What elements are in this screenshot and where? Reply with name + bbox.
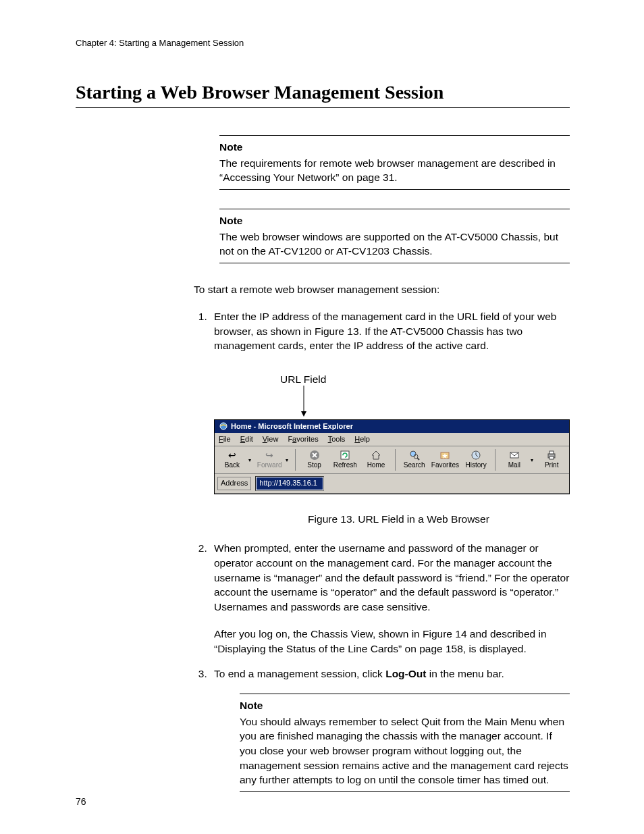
ie-toolbar: ↩ Back ▾ ↪ Forward ▾ — [215, 446, 569, 474]
note-block-2: Note The web browser windows are support… — [219, 209, 570, 263]
ordered-steps: Enter the IP address of the management c… — [194, 309, 570, 792]
page-number: 76 — [76, 796, 86, 807]
note-label: Note — [240, 698, 570, 713]
menu-edit[interactable]: Edit — [240, 434, 253, 444]
menu-favorites[interactable]: Favorites — [288, 434, 318, 444]
ie-addressbar: Address http://149.35.16.1 — [215, 474, 569, 493]
history-label: History — [466, 461, 487, 470]
step-3-post: in the menu bar. — [426, 668, 504, 679]
favorites-icon — [438, 450, 452, 461]
refresh-label: Refresh — [333, 461, 357, 470]
note-rule — [219, 263, 570, 263]
svg-point-9 — [410, 451, 416, 457]
back-label: Back — [225, 461, 240, 470]
svg-marker-1 — [301, 411, 306, 417]
step-2: When prompted, enter the username and pa… — [210, 541, 570, 656]
ie-menubar: File Edit View Favorites Tools Help — [215, 433, 569, 446]
note-text: The web browser windows are supported on… — [219, 230, 570, 259]
search-label: Search — [404, 461, 425, 470]
address-input[interactable]: http://149.35.16.1 — [257, 477, 323, 489]
note-block-3: Note You should always remember to selec… — [240, 694, 570, 792]
note-rule — [240, 791, 570, 792]
ie-titlebar: Home - Microsoft Internet Explorer — [215, 420, 569, 433]
mail-button[interactable]: Mail — [500, 448, 529, 472]
callout-arrow — [214, 388, 570, 417]
toolbar-separator — [495, 449, 495, 471]
step-3: To end a management session, click Log-O… — [210, 667, 570, 792]
note-label: Note — [219, 213, 570, 228]
stop-button[interactable]: Stop — [300, 448, 329, 472]
mail-icon — [508, 450, 521, 461]
step-3-pre: To end a management session, click — [214, 668, 385, 679]
home-icon — [369, 450, 383, 461]
forward-button[interactable]: ↪ Forward — [254, 448, 284, 472]
svg-line-11 — [417, 458, 419, 460]
menu-tools[interactable]: Tools — [328, 434, 346, 444]
refresh-button[interactable]: Refresh — [330, 448, 360, 472]
stop-icon — [308, 450, 321, 461]
forward-label: Forward — [257, 461, 282, 470]
history-button[interactable]: History — [461, 448, 491, 472]
favorites-button[interactable]: Favorites — [431, 448, 460, 472]
stop-label: Stop — [307, 461, 321, 470]
step-3-bold: Log-Out — [385, 668, 426, 679]
svg-rect-19 — [549, 451, 554, 454]
address-input-wrap[interactable]: http://149.35.16.1 — [255, 476, 324, 490]
forward-icon: ↪ — [263, 450, 276, 461]
back-icon: ↩ — [225, 450, 239, 461]
note-rule — [219, 209, 570, 209]
note-text: The requirements for remote web browser … — [219, 156, 570, 185]
search-button[interactable]: Search — [400, 448, 429, 472]
ie-title-text: Home - Microsoft Internet Explorer — [231, 421, 353, 432]
ie-window: Home - Microsoft Internet Explorer File … — [214, 419, 570, 494]
print-button[interactable]: Print — [537, 448, 566, 472]
note-rule — [219, 135, 570, 136]
svg-marker-8 — [372, 451, 380, 459]
toolbar-separator — [395, 449, 396, 471]
note-text: You should always remember to select Qui… — [240, 714, 570, 787]
toolbar-separator — [295, 449, 296, 471]
svg-rect-20 — [549, 457, 554, 459]
note-rule — [240, 694, 570, 694]
menu-file[interactable]: File — [219, 434, 231, 444]
search-icon — [408, 450, 421, 461]
back-dropdown-icon[interactable]: ▾ — [248, 457, 254, 464]
title-rule — [76, 107, 570, 108]
forward-dropdown-icon[interactable]: ▾ — [286, 457, 291, 464]
mail-dropdown-icon[interactable]: ▾ — [531, 457, 536, 464]
intro-paragraph: To start a remote web browser management… — [194, 282, 570, 297]
note-rule — [219, 189, 570, 190]
history-icon — [469, 450, 483, 461]
running-header: Chapter 4: Starting a Management Session — [76, 38, 570, 48]
step-2-text: When prompted, enter the username and pa… — [214, 542, 569, 613]
note-label: Note — [219, 140, 570, 155]
menu-view[interactable]: View — [263, 434, 279, 444]
print-icon — [545, 450, 558, 461]
step-1-text: Enter the IP address of the management c… — [214, 311, 556, 351]
favorites-label: Favorites — [431, 461, 459, 470]
menu-help[interactable]: Help — [354, 434, 370, 444]
refresh-icon — [338, 450, 352, 461]
back-button[interactable]: ↩ Back — [217, 448, 247, 472]
step-1: Enter the IP address of the management c… — [210, 309, 570, 527]
section-title: Starting a Web Browser Management Sessio… — [76, 82, 570, 103]
ie-logo-icon — [219, 422, 228, 430]
address-label: Address — [217, 477, 251, 490]
note-block-1: Note The requirements for remote web bro… — [219, 135, 570, 190]
home-label: Home — [367, 461, 385, 470]
svg-rect-6 — [341, 451, 349, 459]
home-button[interactable]: Home — [361, 448, 391, 472]
url-field-callout: URL Field — [214, 372, 570, 387]
step-2b-text: After you log on, the Chassis View, show… — [214, 627, 570, 656]
figure-caption: Figure 13. URL Field in a Web Browser — [214, 512, 570, 527]
mail-label: Mail — [508, 461, 520, 470]
print-label: Print — [545, 461, 559, 470]
